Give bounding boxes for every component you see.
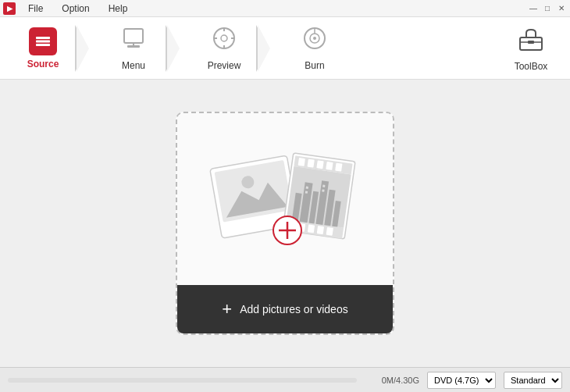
title-bar: ▶ File Option Help — □ ✕ (0, 0, 570, 17)
svg-point-20 (313, 37, 316, 40)
minimize-button[interactable]: — (528, 3, 539, 14)
svg-rect-45 (326, 227, 333, 236)
storage-info: 0M/4.30G (365, 376, 419, 385)
app-icon: ▶ (3, 2, 16, 15)
svg-rect-35 (298, 158, 305, 166)
main-content: + Add pictures or videos (0, 80, 570, 367)
svg-rect-44 (317, 226, 324, 234)
status-bar: 0M/4.30G DVD (4.7G) DVD (8.5G) Standard … (0, 367, 570, 392)
svg-rect-55 (322, 185, 325, 187)
toolbox-svg (517, 25, 545, 53)
title-bar-left: ▶ File Option Help (3, 2, 130, 16)
svg-marker-4 (77, 25, 89, 72)
menu-option[interactable]: Option (59, 2, 92, 16)
svg-rect-53 (306, 187, 308, 189)
close-button[interactable]: ✕ (556, 3, 567, 14)
toolbar-item-menu[interactable]: Menu (98, 17, 169, 80)
menu-file[interactable]: File (25, 2, 46, 16)
preview-label: Preview (208, 60, 241, 71)
svg-marker-17 (258, 25, 270, 72)
menu-tb-icon (120, 25, 147, 57)
preview-tb-icon (211, 25, 237, 57)
svg-rect-36 (307, 159, 314, 168)
svg-rect-39 (335, 163, 342, 172)
svg-rect-0 (36, 37, 50, 39)
svg-rect-43 (308, 224, 315, 233)
svg-rect-37 (316, 160, 323, 169)
toolbar-item-source[interactable]: Source (8, 17, 78, 80)
plus-icon: + (222, 299, 232, 319)
drop-zone[interactable]: + Add pictures or videos (176, 112, 394, 335)
svg-rect-6 (127, 45, 140, 48)
toolbar-item-burn[interactable]: Burn (280, 17, 350, 80)
svg-rect-54 (305, 191, 308, 193)
source-icon (34, 29, 52, 54)
svg-point-11 (221, 35, 227, 41)
svg-rect-23 (528, 41, 534, 44)
svg-rect-5 (124, 29, 143, 43)
preview-icon (211, 25, 237, 52)
svg-marker-9 (167, 25, 180, 72)
toolbox-icon (517, 25, 545, 58)
source-label: Source (27, 59, 59, 69)
dvd-size-select[interactable]: DVD (4.7G) DVD (8.5G) (427, 372, 496, 389)
progress-track (8, 378, 357, 383)
toolbar-items: Source Menu (8, 17, 500, 80)
drop-zone-illustration (203, 137, 367, 269)
toolbar-item-toolbox[interactable]: ToolBox (500, 17, 562, 80)
burn-label: Burn (305, 60, 324, 71)
drop-zone-content (177, 113, 393, 285)
svg-rect-1 (36, 40, 50, 42)
quality-select[interactable]: Standard High Low (504, 372, 562, 389)
maximize-button[interactable]: □ (542, 3, 553, 14)
source-icon-bg (29, 27, 57, 55)
menu-bar: File Option Help (25, 2, 130, 16)
toolbar: Source Menu (0, 17, 570, 80)
burn-tb-icon (301, 25, 328, 57)
toolbox-label: ToolBox (515, 61, 548, 72)
menu-label: Menu (122, 60, 145, 71)
menu-icon (120, 25, 147, 52)
svg-rect-38 (326, 162, 333, 170)
svg-rect-56 (322, 189, 324, 191)
menu-help[interactable]: Help (105, 2, 131, 16)
toolbar-item-preview[interactable]: Preview (189, 17, 259, 80)
title-bar-controls: — □ ✕ (528, 3, 567, 14)
burn-icon (301, 25, 328, 52)
add-media-label: Add pictures or videos (240, 303, 348, 315)
add-media-button[interactable]: + Add pictures or videos (177, 285, 393, 333)
svg-rect-2 (36, 44, 50, 46)
